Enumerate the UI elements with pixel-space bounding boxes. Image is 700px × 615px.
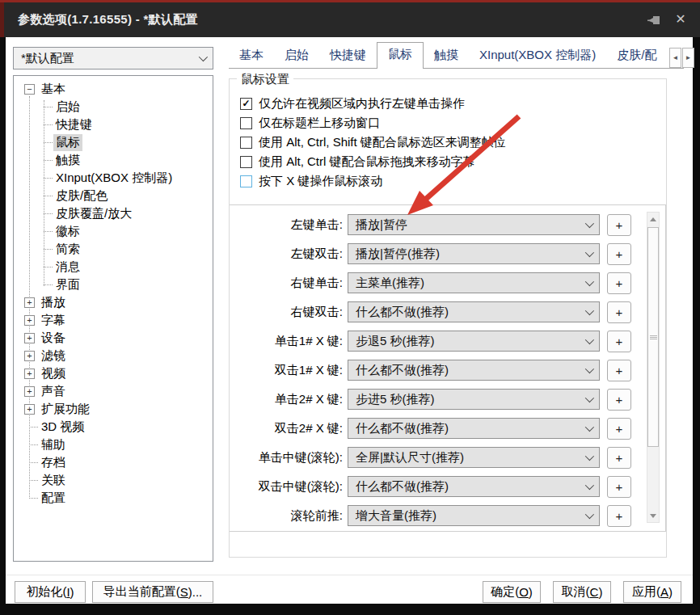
chevron-down-icon bbox=[585, 510, 594, 519]
tree-item[interactable]: 皮肤覆盖/放大 bbox=[14, 204, 213, 222]
tree-item[interactable]: 界面 bbox=[14, 276, 213, 293]
scroll-thumb[interactable] bbox=[647, 227, 659, 447]
checkbox-row: 按下 X 键操作鼠标滚动 bbox=[240, 171, 506, 191]
tab-6[interactable]: XInput(XBOX 控制器) bbox=[469, 44, 606, 68]
export-config-button[interactable]: 导出当前配置(S)... bbox=[92, 581, 213, 603]
action-row-label: 双击2# X 键: bbox=[230, 421, 348, 436]
expand-icon[interactable]: + bbox=[24, 333, 35, 343]
triangle-down-icon bbox=[650, 514, 656, 518]
add-button[interactable]: + bbox=[607, 476, 631, 498]
add-button[interactable]: + bbox=[607, 505, 631, 527]
add-button[interactable]: + bbox=[607, 272, 631, 294]
tree-connector-icon bbox=[29, 462, 38, 463]
chevron-down-icon bbox=[199, 53, 208, 61]
cancel-button[interactable]: 取消(C) bbox=[553, 581, 611, 603]
tab-1[interactable]: 基本 bbox=[229, 44, 274, 68]
tab-3[interactable]: 快捷键 bbox=[319, 44, 377, 68]
vertical-scrollbar[interactable] bbox=[647, 212, 660, 523]
expand-icon[interactable]: + bbox=[24, 369, 35, 379]
checkbox[interactable] bbox=[240, 175, 252, 187]
apply-button[interactable]: 应用(A) bbox=[623, 581, 681, 603]
action-dropdown[interactable]: 什么都不做(推荐) bbox=[348, 301, 600, 322]
tree-item[interactable]: 简索 bbox=[14, 240, 213, 258]
tree-item[interactable]: +扩展功能 bbox=[14, 400, 213, 418]
collapse-icon[interactable]: − bbox=[24, 84, 35, 95]
checkbox[interactable]: ✓ bbox=[240, 98, 252, 110]
scroll-up-button[interactable] bbox=[647, 213, 659, 225]
ok-button[interactable]: 确定(O) bbox=[483, 581, 541, 603]
action-dropdown[interactable]: 步进5 秒(推荐) bbox=[348, 389, 600, 410]
action-dropdown[interactable]: 步退5 秒(推荐) bbox=[348, 331, 600, 352]
profile-select[interactable]: *默认配置 bbox=[13, 47, 213, 70]
action-dropdown[interactable]: 全屏|默认尺寸(推荐) bbox=[348, 447, 600, 468]
tree-item[interactable]: +字幕 bbox=[14, 311, 213, 329]
add-button[interactable]: + bbox=[607, 389, 631, 411]
tree-item[interactable]: +视频 bbox=[14, 364, 213, 382]
tree-item[interactable]: 配置 bbox=[14, 489, 213, 507]
tree-connector-icon bbox=[44, 267, 53, 267]
tree-item[interactable]: +滤镜 bbox=[14, 347, 213, 364]
add-button[interactable]: + bbox=[607, 418, 631, 440]
expand-icon[interactable]: + bbox=[24, 351, 35, 361]
tree-item-label: 基本 bbox=[39, 81, 68, 98]
tab-2[interactable]: 启始 bbox=[274, 44, 319, 68]
checkbox[interactable] bbox=[240, 156, 252, 168]
scroll-down-button[interactable] bbox=[647, 509, 659, 522]
tree-item[interactable]: +声音 bbox=[14, 382, 213, 400]
tree-item-label: 快捷键 bbox=[53, 116, 95, 133]
tree-item[interactable]: 3D 视频 bbox=[14, 418, 213, 436]
tree-item[interactable]: 辅助 bbox=[14, 436, 213, 453]
add-button[interactable]: + bbox=[607, 360, 631, 381]
tab-5[interactable]: 触摸 bbox=[424, 44, 469, 68]
checkbox[interactable] bbox=[240, 117, 252, 129]
tab-4[interactable]: 鼠标 bbox=[377, 42, 424, 69]
pin-icon[interactable] bbox=[647, 15, 663, 27]
tree-panel[interactable]: −基本启始快捷键鼠标触摸XInput(XBOX 控制器)皮肤/配色皮肤覆盖/放大… bbox=[13, 75, 213, 562]
checkbox-row: 仅在标题栏上移动窗口 bbox=[240, 113, 506, 133]
window-frame-bottom bbox=[0, 604, 700, 615]
action-dropdown[interactable]: 播放|暂停 bbox=[348, 214, 600, 235]
tab-scroll-right-button[interactable]: ► bbox=[682, 48, 694, 68]
thumb-grip-icon bbox=[650, 335, 657, 339]
checkbox[interactable] bbox=[240, 137, 252, 149]
expand-icon[interactable]: + bbox=[24, 404, 35, 415]
tree-item[interactable]: +播放 bbox=[14, 293, 213, 311]
tab-7[interactable]: 皮肤/配 bbox=[606, 44, 667, 68]
action-dropdown[interactable]: 什么都不做(推荐) bbox=[348, 476, 600, 497]
close-icon[interactable]: ✕ bbox=[672, 10, 689, 29]
tree-item[interactable]: 快捷键 bbox=[14, 116, 213, 133]
action-dropdown[interactable]: 增大音量(推荐) bbox=[348, 505, 600, 526]
initialize-button[interactable]: 初始化(I) bbox=[15, 581, 86, 603]
tree-item-label: 皮肤/配色 bbox=[53, 187, 110, 204]
add-button[interactable]: + bbox=[607, 301, 631, 323]
tree-item[interactable]: 徽标 bbox=[14, 222, 213, 240]
add-button[interactable]: + bbox=[607, 243, 631, 265]
chevron-down-icon bbox=[585, 219, 594, 228]
add-button[interactable]: + bbox=[607, 447, 631, 469]
tree-item[interactable]: 皮肤/配色 bbox=[14, 187, 213, 204]
action-dropdown[interactable]: 播放|暂停(推荐) bbox=[348, 243, 600, 264]
tree-item[interactable]: +设备 bbox=[14, 329, 213, 347]
tree-item[interactable]: XInput(XBOX 控制器) bbox=[14, 169, 213, 187]
add-button[interactable]: + bbox=[607, 214, 631, 236]
tree-item[interactable]: 触摸 bbox=[14, 151, 213, 169]
action-dropdown[interactable]: 什么都不做(推荐) bbox=[348, 360, 600, 381]
expand-icon[interactable]: + bbox=[24, 315, 35, 326]
tree-item[interactable]: 鼠标 bbox=[14, 133, 213, 151]
action-row: 左键双击:播放|暂停(推荐)+ bbox=[230, 239, 666, 268]
tree-item[interactable]: −基本 bbox=[14, 80, 213, 98]
action-row: 滚轮前推:增大音量(推荐)+ bbox=[230, 501, 666, 530]
tree-item[interactable]: 启始 bbox=[14, 98, 213, 116]
tree-item[interactable]: 存档 bbox=[14, 453, 213, 471]
tab-scroll-left-button[interactable]: ◄ bbox=[669, 48, 681, 68]
checkbox-label: 仅在标题栏上移动窗口 bbox=[259, 116, 380, 131]
action-dropdown[interactable]: 主菜单(推荐) bbox=[348, 272, 600, 293]
expand-icon[interactable]: + bbox=[24, 297, 35, 308]
expand-icon[interactable]: + bbox=[24, 386, 35, 397]
tree-item[interactable]: 关联 bbox=[14, 471, 213, 489]
title-bar: 参数选项(1.7.16555) - *默认配置 ✕ bbox=[0, 0, 700, 37]
add-button[interactable]: + bbox=[607, 331, 631, 352]
chevron-down-icon bbox=[585, 306, 594, 315]
tree-item[interactable]: 消息 bbox=[14, 258, 213, 276]
action-dropdown[interactable]: 什么都不做(推荐) bbox=[348, 418, 600, 439]
